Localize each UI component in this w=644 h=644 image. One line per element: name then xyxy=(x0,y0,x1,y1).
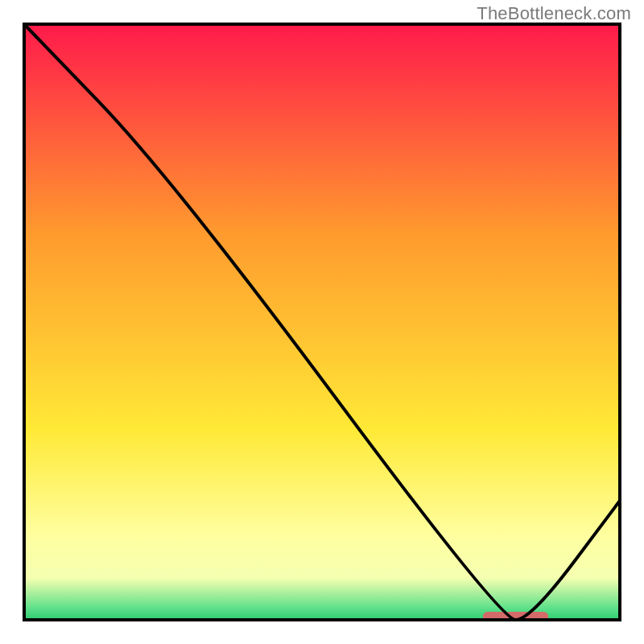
bottleneck-chart: TheBottleneck.com xyxy=(0,0,644,644)
watermark-text: TheBottleneck.com xyxy=(477,3,631,24)
gradient-background xyxy=(24,24,620,620)
